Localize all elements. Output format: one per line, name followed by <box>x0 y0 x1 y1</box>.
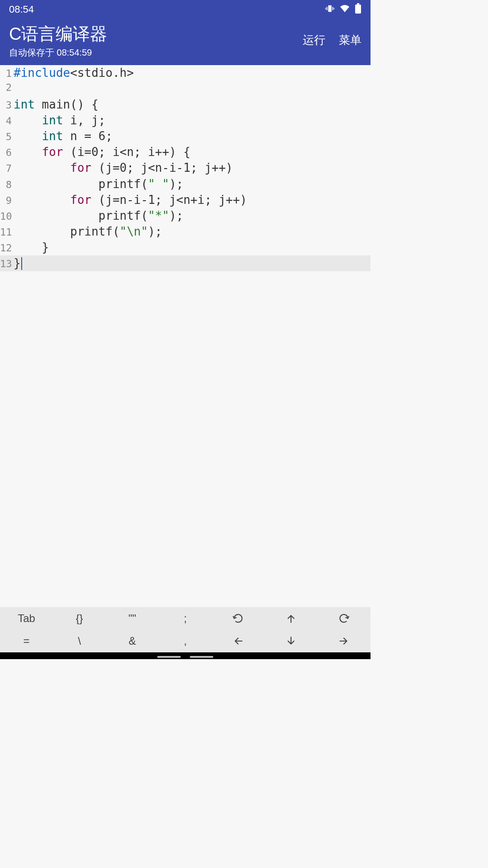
line-number: 1 <box>0 67 14 80</box>
code-content[interactable]: printf("\n"); <box>14 224 162 240</box>
code-line[interactable]: 1#include<stdio.h> <box>0 65 371 81</box>
line-number: 13 <box>0 257 14 271</box>
code-content[interactable]: int i, j; <box>14 113 106 128</box>
battery-icon <box>355 3 361 16</box>
app-bar: C语言编译器 自动保存于 08:54:59 运行 菜单 <box>0 19 371 65</box>
code-content[interactable]: } <box>14 240 49 255</box>
menu-button[interactable]: 菜单 <box>339 33 361 47</box>
code-content[interactable]: for (j=0; j<n-i-1; j++) <box>14 160 233 176</box>
app-title: C语言编译器 <box>9 23 107 46</box>
code-content[interactable]: #include<stdio.h> <box>14 65 134 81</box>
line-number: 8 <box>0 178 14 192</box>
nav-indicator <box>157 656 213 658</box>
code-line[interactable]: 8 printf(" "); <box>0 176 371 192</box>
key-symsym[interactable]: "" <box>106 607 159 630</box>
arrow-left-icon[interactable] <box>212 630 265 652</box>
keyboard-toolbar: Tab{}"";=\&, <box>0 607 371 652</box>
code-content[interactable]: int main() { <box>14 97 99 113</box>
line-number: 12 <box>0 241 14 255</box>
text-cursor <box>21 257 22 270</box>
code-content[interactable]: for (i=0; i<n; i++) { <box>14 144 190 160</box>
svg-rect-5 <box>355 5 361 14</box>
key-sym[interactable]: = <box>0 630 53 652</box>
key-Tab[interactable]: Tab <box>0 607 53 630</box>
code-line[interactable]: 9 for (j=n-i-1; j<n+i; j++) <box>0 192 371 208</box>
code-line[interactable]: 11 printf("\n"); <box>0 224 371 240</box>
key-sym[interactable]: & <box>106 630 159 652</box>
code-line[interactable]: 10 printf("*"); <box>0 208 371 224</box>
run-button[interactable]: 运行 <box>303 33 325 47</box>
wifi-icon <box>339 3 350 16</box>
line-number: 3 <box>0 99 14 112</box>
code-content[interactable]: int n = 6; <box>14 128 113 144</box>
key-sym[interactable]: ; <box>159 607 211 630</box>
line-number: 2 <box>0 81 14 94</box>
code-content[interactable]: for (j=n-i-1; j<n+i; j++) <box>14 192 247 208</box>
status-icons <box>325 3 361 16</box>
status-time: 08:54 <box>9 4 34 15</box>
key-sym[interactable]: , <box>159 630 211 652</box>
redo-icon[interactable] <box>318 607 371 630</box>
arrow-up-icon[interactable] <box>265 607 318 630</box>
code-content[interactable]: printf("*"); <box>14 208 183 224</box>
undo-icon[interactable] <box>212 607 265 630</box>
code-line[interactable]: 12 } <box>0 240 371 255</box>
svg-rect-1 <box>327 7 328 10</box>
code-content[interactable]: } <box>14 255 22 271</box>
status-bar: 08:54 <box>0 0 371 19</box>
line-number: 4 <box>0 114 14 128</box>
line-number: 10 <box>0 210 14 223</box>
vibrate-icon <box>325 4 335 15</box>
line-number: 9 <box>0 194 14 208</box>
line-number: 11 <box>0 226 14 239</box>
autosave-status: 自动保存于 08:54:59 <box>9 47 107 59</box>
line-number: 6 <box>0 146 14 160</box>
arrow-down-icon[interactable] <box>265 630 318 652</box>
code-line[interactable]: 6 for (i=0; i<n; i++) { <box>0 144 371 160</box>
svg-rect-3 <box>325 8 326 9</box>
svg-rect-6 <box>357 3 359 5</box>
code-content[interactable]: printf(" "); <box>14 176 183 192</box>
key-symsym[interactable]: {} <box>53 607 106 630</box>
code-editor[interactable]: 1#include<stdio.h>23int main() {4 int i,… <box>0 65 371 607</box>
line-number: 5 <box>0 130 14 144</box>
code-line[interactable]: 13} <box>0 255 371 271</box>
svg-rect-2 <box>333 7 333 10</box>
code-line[interactable]: 4 int i, j; <box>0 113 371 128</box>
svg-rect-0 <box>328 5 331 12</box>
key-sym[interactable]: \ <box>53 630 106 652</box>
line-number: 7 <box>0 162 14 175</box>
code-line[interactable]: 3int main() { <box>0 97 371 113</box>
code-line[interactable]: 7 for (j=0; j<n-i-1; j++) <box>0 160 371 176</box>
arrow-right-icon[interactable] <box>318 630 371 652</box>
code-line[interactable]: 5 int n = 6; <box>0 128 371 144</box>
svg-rect-4 <box>334 8 334 9</box>
code-line[interactable]: 2 <box>0 81 371 97</box>
